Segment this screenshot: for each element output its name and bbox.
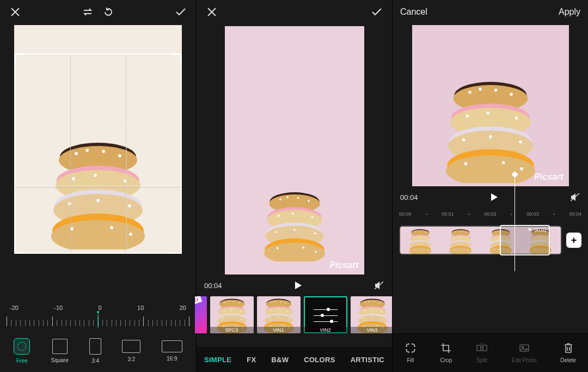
ruler-tick bbox=[11, 320, 11, 326]
aspect-square[interactable]: Square bbox=[51, 339, 69, 363]
tab-artistic[interactable]: ARTISTIC bbox=[351, 356, 384, 364]
tool-crop[interactable]: Crop bbox=[440, 342, 452, 363]
tab-simple[interactable]: SIMPLE bbox=[204, 356, 231, 364]
tool-delete[interactable]: Delete bbox=[560, 342, 576, 363]
ruler-tick bbox=[148, 320, 149, 326]
tool-label: Fill bbox=[407, 357, 414, 363]
aspect-16-9[interactable]: 16:9 bbox=[162, 340, 182, 362]
cancel-button[interactable]: Cancel bbox=[400, 7, 427, 17]
crop-pane: -20-1001020 FreeSquare3:43:216:9 bbox=[0, 0, 196, 372]
playhead[interactable] bbox=[514, 172, 515, 271]
redo-icon[interactable] bbox=[101, 4, 116, 20]
aspect-label: 3:2 bbox=[128, 356, 136, 362]
clip-duration: 00:01 bbox=[534, 227, 547, 233]
rotate-swap-icon[interactable] bbox=[80, 4, 95, 20]
editor-topbar: Cancel Apply bbox=[393, 0, 588, 24]
time-label: 00:04 bbox=[400, 193, 418, 202]
filter-label: VIN3 bbox=[351, 327, 394, 333]
tab-bw[interactable]: B&W bbox=[271, 356, 289, 364]
tool-fill[interactable]: Fill bbox=[405, 342, 416, 363]
ruler-label: 10 bbox=[137, 304, 144, 311]
apply-button[interactable]: Apply bbox=[559, 7, 580, 17]
ruler-tick bbox=[189, 316, 189, 326]
ruler-label: 0 bbox=[99, 304, 102, 311]
ruler-tick bbox=[25, 320, 26, 326]
filter-vin3[interactable]: VIN3 bbox=[351, 296, 394, 333]
watermark: Picsart bbox=[329, 260, 358, 270]
ruler-label: -20 bbox=[10, 304, 19, 311]
aspect-3-4[interactable]: 3:4 bbox=[89, 338, 101, 364]
ruler-tick bbox=[66, 320, 66, 326]
close-icon[interactable] bbox=[8, 4, 23, 20]
crop-icon bbox=[440, 342, 452, 354]
crop-handle[interactable] bbox=[172, 244, 182, 254]
filter-banner[interactable]: TRY bbox=[195, 296, 207, 333]
mute-icon[interactable] bbox=[373, 280, 384, 290]
time-label: 00:04 bbox=[204, 282, 222, 290]
edit-icon bbox=[518, 342, 530, 354]
aspect-free[interactable]: Free bbox=[14, 338, 30, 364]
ruler-tick bbox=[52, 316, 53, 326]
mute-icon[interactable] bbox=[569, 192, 580, 202]
filter-topbar bbox=[197, 0, 392, 24]
filter-vin2[interactable]: VIN2 bbox=[304, 296, 347, 333]
playbar: 00:04 bbox=[197, 275, 392, 296]
crop-area[interactable] bbox=[14, 25, 182, 254]
add-clip-button[interactable]: + bbox=[566, 233, 581, 248]
confirm-icon[interactable] bbox=[173, 4, 188, 20]
ruler-tick bbox=[175, 320, 176, 326]
aspect-row: FreeSquare3:43:216:9 bbox=[0, 333, 196, 372]
ruler-tick bbox=[166, 320, 167, 326]
play-icon[interactable] bbox=[489, 192, 499, 202]
crop-handle[interactable] bbox=[14, 244, 24, 254]
video-preview[interactable]: Picsart bbox=[412, 25, 569, 186]
tab-colors[interactable]: COLORS bbox=[304, 356, 335, 364]
crop-handle[interactable] bbox=[172, 53, 182, 63]
ruler-tick bbox=[34, 320, 34, 326]
time-tick: 00:00 bbox=[399, 211, 412, 217]
ruler-tick bbox=[112, 320, 112, 326]
tool-label: Edit Photo bbox=[512, 357, 537, 363]
confirm-icon[interactable] bbox=[369, 4, 384, 20]
filter-spc3[interactable]: SPC3 bbox=[210, 296, 254, 333]
ruler-tick bbox=[47, 320, 48, 326]
tool-row: FillCropSplitEdit PhotoDelete bbox=[393, 333, 588, 372]
filter-strip: TRYSPC3VIN1VIN2VIN3 bbox=[195, 296, 394, 339]
crop-canvas[interactable] bbox=[0, 24, 196, 299]
ruler-label: 20 bbox=[180, 304, 186, 311]
ruler-tick bbox=[125, 320, 126, 326]
ruler-tick bbox=[130, 320, 130, 326]
crop-handle[interactable] bbox=[14, 53, 24, 63]
aspect-label: Free bbox=[16, 358, 28, 364]
crop-grid[interactable] bbox=[14, 53, 182, 254]
straighten-ruler[interactable]: -20-1001020 bbox=[0, 299, 196, 333]
ruler-tick bbox=[134, 320, 135, 326]
time-dot bbox=[511, 214, 512, 215]
time-tick: 00:03 bbox=[526, 211, 539, 217]
watermark: Picsart bbox=[534, 172, 563, 182]
filter-vin1[interactable]: VIN1 bbox=[257, 296, 301, 333]
filter-label: VIN1 bbox=[257, 327, 301, 333]
svg-rect-21 bbox=[477, 345, 481, 351]
tab-fx[interactable]: FX bbox=[247, 356, 256, 364]
aspect-3-2[interactable]: 3:2 bbox=[122, 340, 140, 362]
ruler-tick bbox=[162, 320, 162, 326]
ruler-tick bbox=[7, 316, 7, 326]
ruler-tick bbox=[139, 320, 139, 326]
video-preview[interactable]: Picsart bbox=[225, 26, 364, 275]
filter-label: SPC3 bbox=[210, 327, 254, 333]
tool-label: Delete bbox=[560, 357, 576, 363]
timeline[interactable]: 00:01 + bbox=[393, 220, 588, 260]
play-icon[interactable] bbox=[293, 280, 303, 290]
filter-canvas: Picsart 00:04 TRYSPC3VIN1VIN2VIN3 bbox=[197, 24, 392, 347]
ruler-tick bbox=[93, 320, 94, 326]
ruler-tick bbox=[57, 320, 57, 326]
ruler-tick bbox=[116, 320, 117, 326]
ruler-tick bbox=[157, 320, 157, 326]
clip-selection[interactable]: 00:01 bbox=[500, 225, 550, 255]
ruler-tick bbox=[185, 320, 185, 326]
time-dot bbox=[468, 214, 470, 215]
ruler-tick bbox=[180, 320, 180, 326]
close-icon[interactable] bbox=[204, 4, 219, 20]
ruler-tick bbox=[152, 320, 153, 326]
